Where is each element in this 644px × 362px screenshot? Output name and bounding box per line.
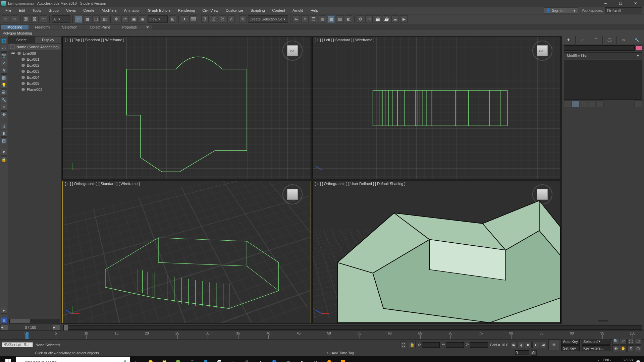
- pivot-center-button[interactable]: ⊞: [169, 15, 176, 23]
- render-frame-button[interactable]: ▭: [365, 15, 373, 23]
- taskbar-app-discord[interactable]: 💬: [213, 356, 226, 362]
- panel-resize-handle[interactable]: [598, 320, 608, 322]
- viewport-ortho-wire[interactable]: [ + ] [ Orthographic ] [ Standard ] [ Wi…: [62, 181, 311, 323]
- angle-snap-button[interactable]: ∠: [210, 15, 217, 23]
- ribbon-tab-freeform[interactable]: Freeform: [29, 25, 56, 29]
- ref-coord-dropdown[interactable]: View▾: [148, 15, 168, 23]
- viewport-top[interactable]: [ + ] [ Top ] [ Standard ] [ Wireframe ]…: [62, 37, 311, 179]
- isolate-button[interactable]: ⛶: [400, 342, 407, 348]
- ls-gear-icon[interactable]: ✳: [1, 104, 7, 111]
- menu-group[interactable]: Group: [45, 8, 62, 13]
- cmd-tab-modify[interactable]: ☄: [576, 36, 589, 44]
- selection-filter-dropdown[interactable]: All▾: [52, 15, 70, 23]
- select-window-button[interactable]: ◫: [92, 15, 100, 23]
- taskbar-app-unity[interactable]: ◆: [254, 356, 267, 362]
- minimize-button[interactable]: ─: [598, 0, 613, 7]
- visibility-icon[interactable]: 👁: [11, 51, 15, 56]
- menu-edit[interactable]: Edit: [15, 8, 29, 13]
- start-button[interactable]: [1, 356, 15, 362]
- render-a360-button[interactable]: ☁: [391, 15, 399, 23]
- cmd-tab-display[interactable]: ▭: [616, 36, 630, 44]
- time-slider-right-button[interactable]: ▸: [53, 325, 60, 330]
- time-ruler[interactable]: 0510152025303540455055606570758085909510…: [0, 330, 644, 339]
- ls-bone-icon[interactable]: ⛓: [1, 89, 7, 96]
- ls-box2-icon[interactable]: ▮: [1, 130, 7, 137]
- menu-customize[interactable]: Customize: [222, 8, 247, 13]
- system-tray[interactable]: ˄ ENG US 23:33 25/04/2018 💬: [595, 358, 643, 362]
- taskbar-app-explorer[interactable]: 📁: [158, 356, 171, 362]
- object-name-input[interactable]: [564, 45, 635, 51]
- ls-note-icon[interactable]: ▤: [1, 137, 7, 144]
- taskbar-app-3dsmax[interactable]: ③: [240, 356, 254, 362]
- menu-help[interactable]: Help: [307, 8, 322, 13]
- undo-button[interactable]: ↶: [2, 15, 9, 23]
- mirror-button[interactable]: ⇋: [292, 15, 300, 23]
- ls-select-icon[interactable]: ▭: [1, 45, 7, 52]
- notifications-icon[interactable]: 💬: [636, 360, 641, 362]
- viewport-label[interactable]: [ + ] [ Top ] [ Standard ] [ Wireframe ]: [64, 38, 125, 42]
- scene-tab-display[interactable]: Display: [35, 36, 62, 44]
- toggle-ribbon-button[interactable]: ▤: [319, 15, 326, 23]
- menu-arnold[interactable]: Arnold: [289, 8, 307, 13]
- coord-x-input[interactable]: [422, 342, 440, 348]
- ls-filter-icon[interactable]: ▼: [1, 149, 7, 156]
- select-object-button[interactable]: ▭: [75, 15, 82, 23]
- show-end-result-button[interactable]: [572, 101, 579, 107]
- modifier-stack[interactable]: [564, 60, 642, 100]
- ls-sets-icon[interactable]: ▦: [1, 74, 7, 81]
- viewport-layout-button[interactable]: ⊞: [1, 317, 7, 324]
- cmd-tab-utilities[interactable]: 🔧: [630, 36, 644, 44]
- viewport-left[interactable]: [ + ] [ Left ] [ Standard ] [ Wireframe …: [312, 37, 561, 179]
- setkey-button[interactable]: Set Key: [561, 345, 580, 351]
- redo-button[interactable]: ↷: [11, 15, 18, 23]
- scene-header[interactable]: Name (Sorted Ascending): [8, 44, 61, 50]
- ls-eye-icon[interactable]: 👁: [1, 111, 7, 118]
- ribbon-subrow[interactable]: Polygon Modeling: [0, 30, 644, 36]
- menu-views[interactable]: Views: [63, 8, 79, 13]
- select-crossing-button[interactable]: ▥: [101, 15, 108, 23]
- configure-sets-button[interactable]: [596, 101, 603, 107]
- scene-hscroll[interactable]: [9, 319, 60, 323]
- viewcube[interactable]: TOP: [282, 41, 303, 61]
- bind-spacewarp-button[interactable]: 〰: [40, 15, 47, 23]
- goto-end-button[interactable]: ⏭: [540, 342, 546, 348]
- keyboard-shortcut-button[interactable]: ⌨: [190, 15, 197, 23]
- max-toggle-button[interactable]: ▢: [635, 345, 641, 352]
- taskbar-app-cmd[interactable]: ▣: [281, 356, 295, 362]
- taskbar-app-autodesk[interactable]: 🔺: [226, 356, 240, 362]
- layers-button[interactable]: ☰: [310, 15, 317, 23]
- modifier-list-dropdown[interactable]: Modifier List ▾: [564, 52, 642, 59]
- align-button[interactable]: ≡: [301, 15, 309, 23]
- cmd-tab-motion[interactable]: ◯: [603, 36, 616, 44]
- menu-tools[interactable]: Tools: [29, 8, 45, 13]
- ribbon-overflow-button[interactable]: ⏷: [143, 25, 152, 29]
- scene-item[interactable]: Plane002: [8, 86, 61, 93]
- orbit-button[interactable]: ⟲: [627, 345, 634, 352]
- next-frame-button[interactable]: ⏵: [532, 342, 539, 348]
- current-frame-input[interactable]: [515, 350, 529, 355]
- ribbon-tab-object-paint[interactable]: Object Paint: [84, 25, 116, 29]
- menu-content[interactable]: Content: [269, 8, 289, 13]
- taskbar-app-chrome[interactable]: 🟢: [171, 356, 185, 362]
- scene-item[interactable]: Box005: [8, 80, 61, 86]
- menu-civil-view[interactable]: Civil View: [199, 8, 221, 13]
- time-tag-icon[interactable]: 🏷: [327, 351, 330, 355]
- unlink-button[interactable]: ⛓̸: [31, 15, 39, 23]
- schematic-view-button[interactable]: ▧: [336, 15, 343, 23]
- menu-graph-editors[interactable]: Graph Editors: [145, 8, 174, 13]
- scene-item[interactable]: Box004: [8, 74, 61, 80]
- cmd-tab-hierarchy[interactable]: ☷: [589, 36, 603, 44]
- render-setup-button[interactable]: ⚙: [357, 15, 364, 23]
- percent-snap-button[interactable]: %: [219, 15, 226, 23]
- ls-expand-icon[interactable]: ▸: [1, 307, 7, 314]
- nav-plus-button[interactable]: ✥: [548, 340, 559, 350]
- ls-camera-icon[interactable]: 📷: [1, 52, 7, 59]
- ls-box1-icon[interactable]: ▯: [1, 123, 7, 129]
- pin-stack-button[interactable]: [564, 101, 571, 107]
- viewcube[interactable]: [282, 184, 303, 204]
- scale-button[interactable]: ▣: [130, 15, 138, 23]
- viewcube[interactable]: LEFT: [532, 41, 552, 61]
- menu-scripting[interactable]: Scripting: [247, 8, 268, 13]
- material-editor-button[interactable]: ◐: [345, 15, 352, 23]
- ls-world-icon[interactable]: 🌐: [1, 38, 7, 44]
